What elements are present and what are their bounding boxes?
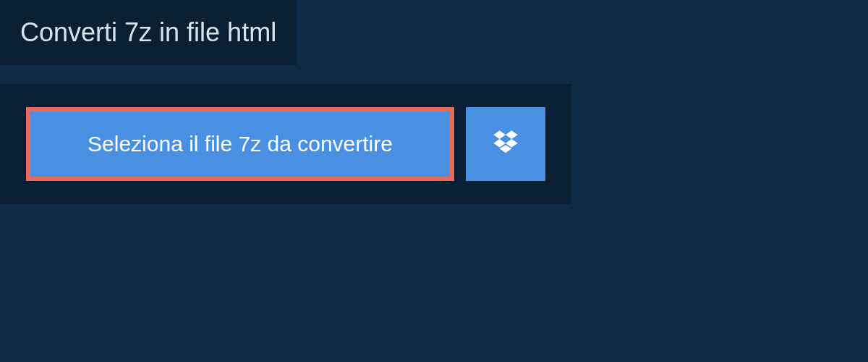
select-file-label: Seleziona il file 7z da convertire (88, 132, 393, 156)
dropbox-button[interactable] (466, 107, 545, 181)
upload-row: Seleziona il file 7z da convertire (26, 107, 545, 181)
page-title-bar: Converti 7z in file html (0, 0, 297, 65)
select-file-button[interactable]: Seleziona il file 7z da convertire (26, 107, 454, 181)
upload-section: Seleziona il file 7z da convertire (0, 84, 571, 204)
page-title: Converti 7z in file html (20, 17, 276, 48)
dropbox-icon (491, 128, 520, 160)
